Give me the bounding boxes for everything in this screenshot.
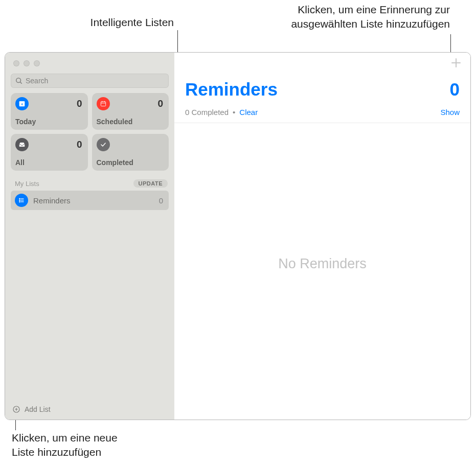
main-toolbar [174, 53, 470, 73]
clear-completed-link[interactable]: Clear [239, 108, 258, 117]
callout-line [15, 420, 16, 430]
search-input[interactable] [26, 77, 164, 85]
plus-circle-icon [12, 405, 20, 413]
add-list-label: Add List [25, 405, 51, 413]
svg-point-9 [19, 198, 20, 199]
inbox-icon [15, 138, 29, 151]
close-window-button[interactable] [13, 60, 19, 66]
window-controls [5, 53, 174, 66]
sidebar: 4 0 Today [5, 53, 174, 420]
minimize-window-button[interactable] [24, 60, 30, 66]
list-bullet-icon [15, 194, 28, 207]
reminders-list-empty: No Reminders [174, 123, 470, 420]
svg-rect-5 [101, 102, 105, 106]
completed-bar: 0 Completed • Clear Show [174, 100, 470, 123]
show-completed-link[interactable]: Show [440, 108, 460, 117]
list-name: Reminders [33, 196, 154, 205]
list-title: Reminders [185, 79, 278, 100]
smart-all-label: All [15, 158, 82, 167]
update-button[interactable]: UPDATE [133, 179, 168, 188]
search-box[interactable] [11, 74, 169, 88]
calendar-today-icon: 4 [15, 97, 29, 110]
mylists-header: My Lists UPDATE [5, 171, 174, 191]
callout-smart-lists: Intelligente Listen [61, 15, 174, 30]
list-count: 0 [159, 196, 163, 205]
callout-add-reminder: Klicken, um eine Erinnerung zur ausgewäh… [235, 3, 450, 32]
svg-point-13 [19, 201, 20, 202]
calendar-icon [97, 97, 110, 110]
main-panel: Reminders 0 0 Completed • Clear Show No … [174, 53, 470, 420]
list-item-reminders[interactable]: Reminders 0 [11, 191, 169, 210]
callout-line [450, 34, 451, 55]
zoom-window-button[interactable] [34, 60, 40, 66]
smart-list-completed[interactable]: Completed [92, 134, 169, 171]
separator-dot: • [233, 108, 235, 117]
smart-today-label: Today [15, 118, 82, 126]
smart-completed-label: Completed [97, 158, 164, 167]
smart-lists-grid: 4 0 Today [5, 93, 174, 171]
smart-today-count: 0 [77, 98, 82, 109]
svg-point-11 [19, 200, 20, 200]
smart-list-scheduled[interactable]: 0 Scheduled [92, 93, 169, 130]
svg-rect-3 [19, 101, 25, 103]
smart-scheduled-label: Scheduled [97, 118, 164, 126]
completed-count-text: 0 Completed [185, 108, 229, 117]
search-icon [15, 77, 22, 84]
svg-line-1 [20, 82, 22, 84]
list-total-count: 0 [450, 79, 460, 100]
callout-add-list: Klicken, um eine neue Liste hinzuzufügen [12, 431, 165, 460]
add-reminder-button[interactable] [450, 57, 462, 69]
svg-point-0 [16, 78, 21, 83]
search-container [5, 66, 174, 93]
add-list-button[interactable]: Add List [5, 405, 174, 420]
app-window: 4 0 Today [5, 52, 471, 420]
smart-list-all[interactable]: 0 All [11, 134, 88, 171]
smart-list-today[interactable]: 4 0 Today [11, 93, 88, 130]
main-header: Reminders 0 [174, 73, 470, 100]
checkmark-icon [97, 138, 110, 151]
mylists-label: My Lists [15, 180, 39, 188]
empty-state-text: No Reminders [278, 256, 367, 272]
smart-all-count: 0 [77, 139, 82, 150]
smart-scheduled-count: 0 [157, 98, 163, 109]
